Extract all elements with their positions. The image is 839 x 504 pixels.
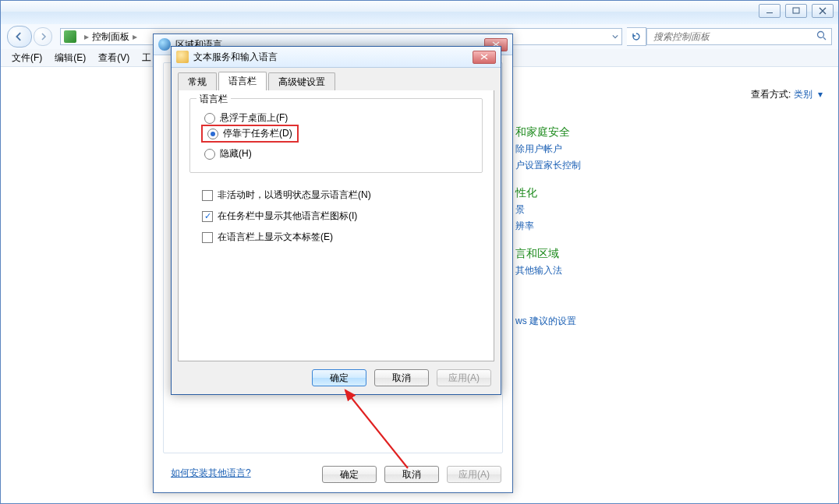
category-link[interactable]: 除用户帐户: [515, 143, 749, 156]
radio-float-desktop[interactable]: 悬浮于桌面上(F): [204, 111, 482, 125]
category-link[interactable]: 景: [515, 203, 749, 217]
menu-view[interactable]: 查看(V): [92, 51, 136, 65]
checkbox-label: 非活动时，以透明状态显示语言栏(N): [218, 189, 371, 202]
tab-general[interactable]: 常规: [178, 72, 217, 92]
arrow-right-icon: [39, 33, 47, 41]
ok-button[interactable]: 确定: [312, 369, 366, 386]
nav-forward-button[interactable]: [34, 27, 52, 46]
check-taskbar-icons[interactable]: 在任务栏中显示其他语言栏图标(I): [202, 210, 371, 223]
maximize-button[interactable]: [785, 4, 807, 18]
category-heading[interactable]: 言和区域: [515, 247, 749, 261]
check-transparent[interactable]: 非活动时，以透明状态显示语言栏(N): [202, 189, 371, 202]
control-panel-icon: [64, 30, 76, 43]
highlight-box: 停靠于任务栏(D): [201, 125, 299, 143]
close-icon: [819, 7, 827, 15]
svg-point-1: [818, 32, 824, 38]
category-link[interactable]: 其他输入法: [515, 264, 749, 277]
cancel-button[interactable]: 取消: [374, 369, 429, 386]
refresh-icon: [632, 32, 641, 41]
cancel-button[interactable]: 取消: [384, 466, 439, 483]
menu-file[interactable]: 文件(F): [5, 51, 48, 65]
radio-hidden[interactable]: 隐藏(H): [204, 147, 482, 160]
view-mode-value[interactable]: 类别: [794, 89, 812, 100]
svg-rect-0: [793, 8, 799, 13]
check-text-labels[interactable]: 在语言栏上显示文本标签(E): [202, 231, 371, 244]
breadcrumb-sep: ▸: [84, 31, 89, 42]
radio-label: 隐藏(H): [220, 147, 252, 160]
tab-page: 语言栏 悬浮于桌面上(F) 停靠于任务栏(D) 隐藏(H) 非活动时，以透明状: [178, 90, 494, 361]
breadcrumb-item[interactable]: 控制面板: [92, 30, 129, 44]
arrow-left-icon: [15, 32, 24, 41]
category-heading[interactable]: 性化: [515, 186, 749, 200]
chevron-down-icon[interactable]: [612, 33, 618, 40]
nav-back-button[interactable]: [7, 26, 32, 48]
close-button[interactable]: [812, 4, 834, 18]
group-legend: 语言栏: [196, 93, 231, 106]
radio-icon: [204, 113, 215, 124]
dialog-title: 文本服务和输入语言: [193, 51, 473, 64]
category-list: 和家庭安全 除用户帐户 户设置家长控制 性化 景 辨率 言和区域 其他输入法 w…: [515, 121, 749, 328]
install-languages-link[interactable]: 如何安装其他语言?: [171, 467, 251, 480]
apply-button[interactable]: 应用(A): [437, 369, 491, 386]
ok-button[interactable]: 确定: [322, 466, 377, 483]
globe-icon: [158, 38, 171, 51]
breadcrumb-sep: ▸: [133, 31, 137, 42]
refresh-button[interactable]: [627, 27, 646, 46]
search-input[interactable]: [652, 30, 816, 43]
close-button[interactable]: [473, 51, 496, 64]
checkbox-label: 在语言栏上显示文本标签(E): [218, 231, 333, 244]
checkbox-icon: [202, 211, 213, 222]
dialog-titlebar[interactable]: 文本服务和输入语言: [172, 47, 501, 68]
radio-icon[interactable]: [207, 129, 218, 139]
checkbox-icon: [202, 232, 213, 243]
minimize-icon: [766, 7, 774, 15]
minimize-button[interactable]: [759, 4, 781, 18]
category-link[interactable]: 户设置家长控制: [515, 159, 749, 172]
apply-button[interactable]: 应用(A): [447, 466, 501, 483]
search-box[interactable]: [646, 28, 832, 45]
radio-label: 悬浮于桌面上(F): [220, 111, 288, 125]
checkbox-label: 在任务栏中显示其他语言栏图标(I): [218, 210, 357, 223]
keyboard-icon: [176, 51, 189, 63]
view-mode: 查看方式: 类别 ▾: [751, 88, 823, 101]
chevron-down-icon[interactable]: ▾: [818, 89, 823, 100]
tab-language-bar[interactable]: 语言栏: [218, 72, 267, 92]
category-heading[interactable]: 和家庭安全: [515, 125, 749, 139]
search-icon[interactable]: [816, 30, 827, 43]
close-icon: [480, 54, 488, 60]
maximize-icon: [792, 7, 800, 15]
view-mode-label: 查看方式:: [751, 89, 791, 100]
category-link[interactable]: ws 建议的设置: [515, 315, 749, 328]
menu-edit[interactable]: 编辑(E): [48, 51, 92, 65]
language-bar-group: 语言栏 悬浮于桌面上(F) 停靠于任务栏(D) 隐藏(H): [189, 98, 483, 173]
radio-label[interactable]: 停靠于任务栏(D): [223, 127, 292, 140]
text-services-dialog: 文本服务和输入语言 常规 语言栏 高级键设置 语言栏 悬浮于桌面上(F) 停靠于…: [171, 46, 501, 395]
checkbox-icon: [202, 190, 213, 201]
parent-window-titlebar: [1, 1, 838, 25]
tab-strip: 常规 语言栏 高级键设置: [178, 72, 494, 92]
radio-icon: [204, 149, 215, 160]
tab-advanced-keys[interactable]: 高级键设置: [268, 72, 335, 92]
category-link[interactable]: 辨率: [515, 220, 749, 233]
